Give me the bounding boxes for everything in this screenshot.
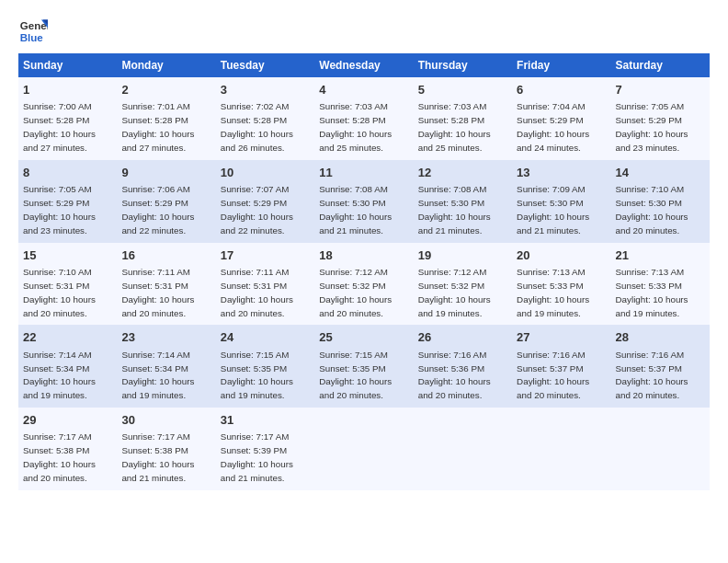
day-info: Sunrise: 7:11 AMSunset: 5:31 PMDaylight:…	[221, 267, 293, 318]
day-number: 6	[517, 82, 606, 98]
day-info: Sunrise: 7:10 AMSunset: 5:31 PMDaylight:…	[23, 267, 96, 318]
day-number: 5	[418, 82, 507, 98]
logo-icon: General Blue	[18, 17, 48, 46]
day-number: 11	[319, 165, 408, 181]
day-info: Sunrise: 7:14 AMSunset: 5:34 PMDaylight:…	[121, 350, 194, 401]
header-thursday: Thursday	[414, 53, 512, 77]
day-number: 20	[517, 247, 606, 264]
header-friday: Friday	[512, 53, 610, 77]
day-info: Sunrise: 7:10 AMSunset: 5:30 PMDaylight:…	[616, 184, 688, 236]
day-cell: 24Sunrise: 7:15 AMSunset: 5:35 PMDayligh…	[216, 325, 314, 408]
day-info: Sunrise: 7:09 AMSunset: 5:30 PMDaylight:…	[517, 184, 589, 236]
header-sunday: Sunday	[18, 53, 117, 77]
day-info: Sunrise: 7:06 AMSunset: 5:29 PMDaylight:…	[121, 184, 194, 236]
day-info: Sunrise: 7:17 AMSunset: 5:38 PMDaylight:…	[23, 431, 96, 483]
day-cell: 11Sunrise: 7:08 AMSunset: 5:30 PMDayligh…	[314, 160, 413, 243]
day-info: Sunrise: 7:08 AMSunset: 5:30 PMDaylight:…	[319, 184, 392, 236]
day-number: 3	[221, 82, 310, 98]
day-info: Sunrise: 7:15 AMSunset: 5:35 PMDaylight:…	[319, 350, 392, 401]
day-cell: 22Sunrise: 7:14 AMSunset: 5:34 PMDayligh…	[18, 325, 117, 408]
day-cell: 4Sunrise: 7:03 AMSunset: 5:28 PMDaylight…	[314, 77, 413, 160]
day-info: Sunrise: 7:17 AMSunset: 5:38 PMDaylight:…	[121, 431, 194, 483]
day-info: Sunrise: 7:16 AMSunset: 5:37 PMDaylight:…	[616, 350, 688, 401]
day-info: Sunrise: 7:15 AMSunset: 5:35 PMDaylight:…	[221, 350, 293, 401]
day-info: Sunrise: 7:07 AMSunset: 5:29 PMDaylight:…	[221, 184, 293, 236]
day-number: 27	[517, 329, 606, 346]
day-cell: 19Sunrise: 7:12 AMSunset: 5:32 PMDayligh…	[414, 243, 512, 326]
day-number: 7	[616, 82, 705, 98]
day-info: Sunrise: 7:02 AMSunset: 5:28 PMDaylight:…	[221, 101, 293, 153]
day-cell: 26Sunrise: 7:16 AMSunset: 5:36 PMDayligh…	[414, 325, 512, 408]
day-cell: 21Sunrise: 7:13 AMSunset: 5:33 PMDayligh…	[611, 243, 710, 326]
day-number: 28	[616, 329, 705, 346]
day-cell	[611, 408, 710, 490]
day-cell: 5Sunrise: 7:03 AMSunset: 5:28 PMDaylight…	[414, 77, 512, 160]
day-cell: 29Sunrise: 7:17 AMSunset: 5:38 PMDayligh…	[18, 408, 117, 490]
day-number: 30	[121, 412, 210, 429]
day-number: 12	[418, 165, 507, 181]
day-cell: 30Sunrise: 7:17 AMSunset: 5:38 PMDayligh…	[117, 408, 215, 490]
day-info: Sunrise: 7:11 AMSunset: 5:31 PMDaylight:…	[121, 267, 194, 318]
day-number: 23	[121, 329, 210, 346]
day-info: Sunrise: 7:12 AMSunset: 5:32 PMDaylight:…	[418, 267, 491, 318]
day-info: Sunrise: 7:16 AMSunset: 5:37 PMDaylight:…	[517, 350, 589, 401]
svg-text:Blue: Blue	[20, 32, 44, 43]
day-info: Sunrise: 7:04 AMSunset: 5:29 PMDaylight:…	[517, 101, 589, 153]
day-number: 15	[23, 247, 112, 264]
day-number: 19	[418, 247, 507, 264]
day-info: Sunrise: 7:03 AMSunset: 5:28 PMDaylight:…	[319, 101, 392, 153]
header-row: General Blue	[18, 17, 710, 46]
day-cell: 10Sunrise: 7:07 AMSunset: 5:29 PMDayligh…	[216, 160, 314, 243]
day-number: 16	[121, 247, 210, 264]
day-cell: 17Sunrise: 7:11 AMSunset: 5:31 PMDayligh…	[216, 243, 314, 326]
day-number: 17	[221, 247, 310, 264]
day-number: 22	[23, 329, 112, 346]
logo: General Blue	[18, 17, 51, 46]
day-cell: 2Sunrise: 7:01 AMSunset: 5:28 PMDaylight…	[117, 77, 215, 160]
day-cell	[414, 408, 512, 490]
page: General Blue SundayMondayTuesdayWednesda…	[0, 0, 728, 563]
day-cell	[314, 408, 413, 490]
day-info: Sunrise: 7:08 AMSunset: 5:30 PMDaylight:…	[418, 184, 491, 236]
header-tuesday: Tuesday	[216, 53, 314, 77]
day-number: 9	[121, 165, 210, 181]
day-cell: 16Sunrise: 7:11 AMSunset: 5:31 PMDayligh…	[117, 243, 215, 326]
day-info: Sunrise: 7:00 AMSunset: 5:28 PMDaylight:…	[23, 101, 96, 153]
day-info: Sunrise: 7:16 AMSunset: 5:36 PMDaylight:…	[418, 350, 491, 401]
day-info: Sunrise: 7:01 AMSunset: 5:28 PMDaylight:…	[121, 101, 194, 153]
day-cell: 7Sunrise: 7:05 AMSunset: 5:29 PMDaylight…	[611, 77, 710, 160]
header-saturday: Saturday	[611, 53, 710, 77]
day-number: 4	[319, 82, 408, 98]
week-row-4: 22Sunrise: 7:14 AMSunset: 5:34 PMDayligh…	[18, 325, 710, 408]
day-number: 10	[221, 165, 310, 181]
day-cell: 13Sunrise: 7:09 AMSunset: 5:30 PMDayligh…	[512, 160, 610, 243]
day-cell: 31Sunrise: 7:17 AMSunset: 5:39 PMDayligh…	[216, 408, 314, 490]
day-info: Sunrise: 7:05 AMSunset: 5:29 PMDaylight:…	[23, 184, 96, 236]
week-row-2: 8Sunrise: 7:05 AMSunset: 5:29 PMDaylight…	[18, 160, 710, 243]
day-cell: 14Sunrise: 7:10 AMSunset: 5:30 PMDayligh…	[611, 160, 710, 243]
header-monday: Monday	[117, 53, 215, 77]
week-row-3: 15Sunrise: 7:10 AMSunset: 5:31 PMDayligh…	[18, 243, 710, 326]
day-info: Sunrise: 7:14 AMSunset: 5:34 PMDaylight:…	[23, 350, 96, 401]
day-cell: 15Sunrise: 7:10 AMSunset: 5:31 PMDayligh…	[18, 243, 117, 326]
day-cell: 25Sunrise: 7:15 AMSunset: 5:35 PMDayligh…	[314, 325, 413, 408]
day-number: 25	[319, 329, 408, 346]
day-cell: 6Sunrise: 7:04 AMSunset: 5:29 PMDaylight…	[512, 77, 610, 160]
day-number: 14	[616, 165, 705, 181]
day-info: Sunrise: 7:12 AMSunset: 5:32 PMDaylight:…	[319, 267, 392, 318]
day-number: 21	[616, 247, 705, 264]
day-cell: 20Sunrise: 7:13 AMSunset: 5:33 PMDayligh…	[512, 243, 610, 326]
day-cell: 12Sunrise: 7:08 AMSunset: 5:30 PMDayligh…	[414, 160, 512, 243]
day-cell: 1Sunrise: 7:00 AMSunset: 5:28 PMDaylight…	[18, 77, 117, 160]
day-info: Sunrise: 7:13 AMSunset: 5:33 PMDaylight:…	[517, 267, 589, 318]
week-row-5: 29Sunrise: 7:17 AMSunset: 5:38 PMDayligh…	[18, 408, 710, 490]
day-info: Sunrise: 7:13 AMSunset: 5:33 PMDaylight:…	[616, 267, 688, 318]
week-row-1: 1Sunrise: 7:00 AMSunset: 5:28 PMDaylight…	[18, 77, 710, 160]
day-number: 13	[517, 165, 606, 181]
day-info: Sunrise: 7:03 AMSunset: 5:28 PMDaylight:…	[418, 101, 491, 153]
day-number: 8	[23, 165, 112, 181]
day-number: 1	[23, 82, 112, 98]
day-cell: 8Sunrise: 7:05 AMSunset: 5:29 PMDaylight…	[18, 160, 117, 243]
header-row-days: SundayMondayTuesdayWednesdayThursdayFrid…	[18, 53, 710, 77]
day-number: 18	[319, 247, 408, 264]
